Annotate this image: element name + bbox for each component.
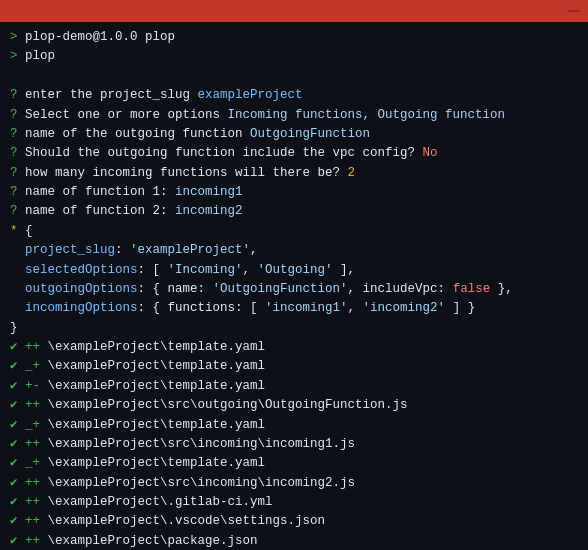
question-label: Should the outgoing function include the… <box>25 144 423 163</box>
terminal-line: ? name of the outgoing function Outgoing… <box>10 125 578 144</box>
file-op: _+ <box>25 416 48 435</box>
terminal-window: > plop-demo@1.0.0 plop> plop ? enter the… <box>0 0 588 550</box>
question-value: exampleProject <box>198 86 303 105</box>
prompt-arrow: > <box>10 47 25 66</box>
prompt-arrow: > <box>10 28 25 47</box>
check-icon: ✔ <box>10 493 25 512</box>
json-key: outgoingOptions <box>10 280 138 299</box>
json-star: * <box>10 222 25 241</box>
question-mark: ? <box>10 164 25 183</box>
file-path: \exampleProject\.vscode\settings.json <box>48 512 326 531</box>
terminal-line: ✔ _+ \exampleProject\template.yaml <box>10 357 578 376</box>
file-op: _+ <box>25 454 48 473</box>
file-op: ++ <box>25 532 48 550</box>
check-icon: ✔ <box>10 396 25 415</box>
terminal-line: ✔ ++ \exampleProject\src\outgoing\Outgoi… <box>10 396 578 415</box>
question-mark: ? <box>10 202 25 221</box>
json-open-brace: { <box>25 222 33 241</box>
question-mark: ? <box>10 86 25 105</box>
file-path: \exampleProject\template.yaml <box>48 454 266 473</box>
question-label: name of function 1: <box>25 183 175 202</box>
question-label: name of the outgoing function <box>25 125 250 144</box>
question-value: incoming2 <box>175 202 243 221</box>
file-op: _+ <box>25 357 48 376</box>
terminal-line: ✔ ++ \exampleProject\src\incoming\incomi… <box>10 474 578 493</box>
json-value: 'exampleProject', <box>130 241 258 260</box>
file-op: ++ <box>25 474 48 493</box>
check-icon: ✔ <box>10 357 25 376</box>
file-path: \exampleProject\package.json <box>48 532 258 550</box>
terminal-line: ✔ ++ \exampleProject\.vscode\settings.js… <box>10 512 578 531</box>
question-mark: ? <box>10 144 25 163</box>
terminal-line: * { <box>10 222 578 241</box>
json-colon: : <box>138 299 153 318</box>
json-value: { name: 'OutgoingFunction', includeVpc: … <box>153 280 513 299</box>
json-value: { functions: [ 'incoming1', 'incoming2' … <box>153 299 476 318</box>
question-value: Incoming functions, Outgoing function <box>228 106 506 125</box>
file-op: ++ <box>25 435 48 454</box>
terminal-line: ✔ _+ \exampleProject\template.yaml <box>10 454 578 473</box>
check-icon: ✔ <box>10 435 25 454</box>
terminal-line: ✔ ++ \exampleProject\.gitlab-ci.yml <box>10 493 578 512</box>
question-value: incoming1 <box>175 183 243 202</box>
question-mark: ? <box>10 106 25 125</box>
question-value: 2 <box>348 164 356 183</box>
question-label: name of function 2: <box>25 202 175 221</box>
json-close-brace: } <box>10 319 18 338</box>
terminal-body[interactable]: > plop-demo@1.0.0 plop> plop ? enter the… <box>0 22 588 550</box>
check-icon: ✔ <box>10 454 25 473</box>
check-icon: ✔ <box>10 416 25 435</box>
question-label: Select one or more options <box>25 106 228 125</box>
terminal-line: incomingOptions: { functions: [ 'incomin… <box>10 299 578 318</box>
terminal-line: ? Select one or more options Incoming fu… <box>10 106 578 125</box>
question-label: how many incoming functions will there b… <box>25 164 348 183</box>
file-op: ++ <box>25 338 48 357</box>
npm-command <box>568 10 580 12</box>
terminal-line: > plop <box>10 47 578 66</box>
question-mark: ? <box>10 183 25 202</box>
terminal-line: ? how many incoming functions will there… <box>10 164 578 183</box>
check-icon: ✔ <box>10 474 25 493</box>
question-mark: ? <box>10 125 25 144</box>
prompt-text: plop-demo@1.0.0 plop <box>25 28 175 47</box>
file-op: +- <box>25 377 48 396</box>
title-bar <box>0 0 588 22</box>
check-icon: ✔ <box>10 377 25 396</box>
file-path: \exampleProject\src\incoming\incoming1.j… <box>48 435 356 454</box>
json-colon: : <box>138 261 153 280</box>
terminal-line: ✔ ++ \exampleProject\template.yaml <box>10 338 578 357</box>
question-value: No <box>423 144 438 163</box>
terminal-line: ✔ ++ \exampleProject\package.json <box>10 532 578 550</box>
question-value: OutgoingFunction <box>250 125 370 144</box>
terminal-line: ✔ _+ \exampleProject\template.yaml <box>10 416 578 435</box>
check-icon: ✔ <box>10 532 25 550</box>
terminal-line: > plop-demo@1.0.0 plop <box>10 28 578 47</box>
terminal-line: selectedOptions: [ 'Incoming', 'Outgoing… <box>10 261 578 280</box>
json-key: selectedOptions <box>10 261 138 280</box>
file-path: \exampleProject\.gitlab-ci.yml <box>48 493 273 512</box>
terminal-line: } <box>10 319 578 338</box>
file-path: \exampleProject\src\incoming\incoming2.j… <box>48 474 356 493</box>
terminal-line <box>10 67 578 86</box>
terminal-line: project_slug: 'exampleProject', <box>10 241 578 260</box>
terminal-line: ✔ ++ \exampleProject\src\incoming\incomi… <box>10 435 578 454</box>
check-icon: ✔ <box>10 338 25 357</box>
file-op: ++ <box>25 396 48 415</box>
terminal-line: ? name of function 2: incoming2 <box>10 202 578 221</box>
json-value: [ 'Incoming', 'Outgoing' ], <box>153 261 356 280</box>
file-path: \exampleProject\template.yaml <box>48 357 266 376</box>
file-path: \exampleProject\src\outgoing\OutgoingFun… <box>48 396 408 415</box>
terminal-line: ? Should the outgoing function include t… <box>10 144 578 163</box>
prompt-text: plop <box>25 47 55 66</box>
file-op: ++ <box>25 493 48 512</box>
check-icon: ✔ <box>10 512 25 531</box>
question-label: enter the project_slug <box>25 86 198 105</box>
file-op: ++ <box>25 512 48 531</box>
file-path: \exampleProject\template.yaml <box>48 416 266 435</box>
file-path: \exampleProject\template.yaml <box>48 377 266 396</box>
json-colon: : <box>138 280 153 299</box>
terminal-line: outgoingOptions: { name: 'OutgoingFuncti… <box>10 280 578 299</box>
json-key: incomingOptions <box>10 299 138 318</box>
terminal-line: ? enter the project_slug exampleProject <box>10 86 578 105</box>
terminal-line: ✔ +- \exampleProject\template.yaml <box>10 377 578 396</box>
